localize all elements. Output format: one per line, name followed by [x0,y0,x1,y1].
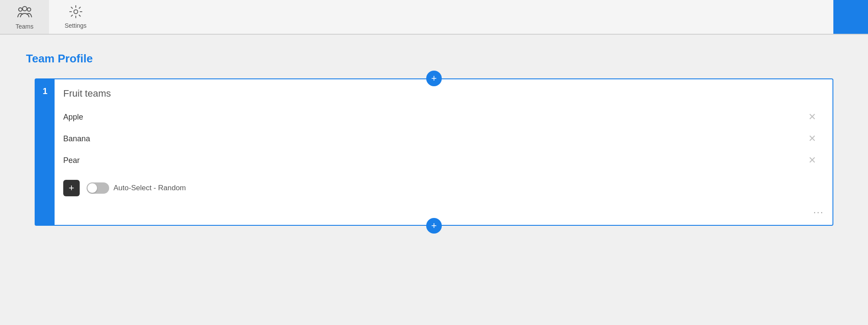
team-member-row: Banana ✕ [63,128,819,150]
team-card-wrapper: + 1 Fruit teams Apple ✕ [35,78,833,226]
nav-teams[interactable]: Teams [0,0,49,34]
ellipsis-icon: ··· [813,207,824,218]
svg-point-2 [27,8,31,11]
remove-pear-button[interactable]: ✕ [805,154,819,167]
close-icon: ✕ [808,155,816,166]
teams-icon [17,4,32,21]
toggle-track [87,182,109,194]
team-number: 1 [42,86,47,96]
svg-point-0 [23,6,27,11]
teams-label: Teams [16,23,33,30]
member-name-pear: Pear [63,156,80,165]
add-member-button[interactable]: + [63,180,80,196]
nav-action-button[interactable] [833,0,868,34]
auto-select-toggle[interactable] [87,182,109,194]
nav-settings[interactable]: Settings [49,0,102,34]
team-number-tab: 1 [36,79,55,225]
team-card: 1 Fruit teams Apple ✕ Banana [35,78,833,226]
team-footer: + Auto-Select - Random [63,180,819,196]
team-member-row: Apple ✕ [63,106,819,128]
team-name: Fruit teams [63,88,819,99]
svg-point-1 [19,8,22,11]
toggle-wrapper: Auto-Select - Random [87,182,186,194]
remove-apple-button[interactable]: ✕ [805,110,819,124]
team-members: Apple ✕ Banana ✕ Pear [63,106,819,171]
auto-select-label: Auto-Select - Random [113,184,186,192]
settings-label: Settings [65,22,87,29]
page-title: Team Profile [26,52,842,65]
member-name-apple: Apple [63,113,83,122]
plus-icon-bottom: + [431,221,437,231]
toggle-thumb [87,183,97,193]
main-content: Team Profile + 1 Fruit teams Apple ✕ [0,35,868,325]
team-body: Fruit teams Apple ✕ Banana ✕ [55,79,832,225]
more-options-button[interactable]: ··· [813,207,824,218]
top-nav: Teams Settings [0,0,868,35]
svg-point-3 [74,10,78,14]
close-icon: ✕ [808,133,816,144]
member-name-banana: Banana [63,134,90,143]
settings-icon [69,5,83,20]
close-icon: ✕ [808,111,816,122]
plus-icon: + [69,182,74,194]
add-section-top-button[interactable]: + [426,71,442,86]
team-member-row: Pear ✕ [63,150,819,171]
plus-icon-top: + [431,74,437,83]
remove-banana-button[interactable]: ✕ [805,132,819,145]
add-section-bottom-button[interactable]: + [426,218,442,234]
